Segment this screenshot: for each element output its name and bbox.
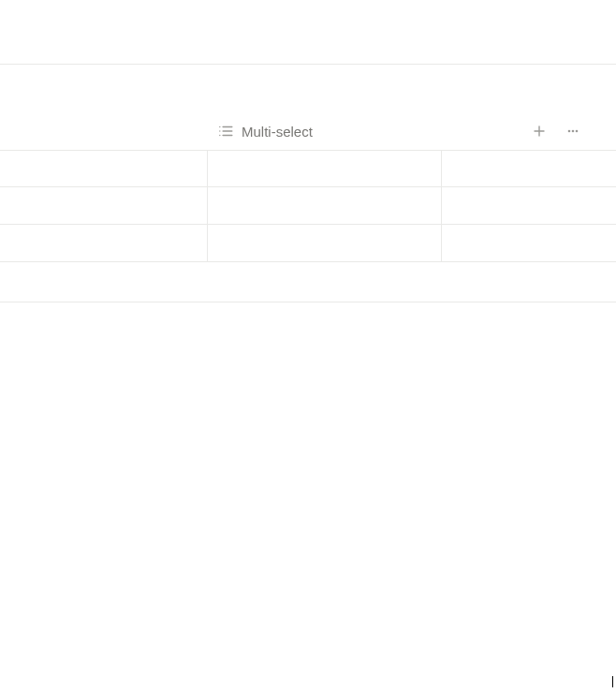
table-cell[interactable]	[0, 151, 208, 186]
svg-point-10	[576, 130, 579, 133]
list-icon	[217, 123, 234, 140]
svg-point-0	[219, 126, 220, 127]
table-row[interactable]	[0, 225, 616, 262]
property-multi-select[interactable]: Multi-select	[217, 123, 313, 140]
bottom-divider	[0, 302, 616, 302]
top-divider	[0, 64, 616, 65]
svg-point-2	[219, 135, 220, 136]
table-cell[interactable]	[0, 225, 208, 261]
add-column-button[interactable]	[526, 118, 552, 144]
svg-point-1	[219, 130, 220, 131]
svg-point-8	[568, 130, 571, 133]
table-body	[0, 150, 616, 262]
property-label-text: Multi-select	[242, 124, 313, 140]
table-row[interactable]	[0, 150, 616, 187]
text-cursor	[612, 676, 613, 687]
more-options-button[interactable]	[560, 118, 586, 144]
column-header-toolbar: Multi-select	[0, 112, 616, 150]
table-cell[interactable]	[208, 151, 442, 186]
table-cell[interactable]	[442, 225, 616, 261]
table-cell[interactable]	[208, 187, 442, 224]
table-cell[interactable]	[208, 225, 442, 261]
svg-point-9	[572, 130, 575, 133]
table-cell[interactable]	[442, 187, 616, 224]
table-cell[interactable]	[0, 187, 208, 224]
table-cell[interactable]	[442, 151, 616, 186]
table-row[interactable]	[0, 187, 616, 225]
